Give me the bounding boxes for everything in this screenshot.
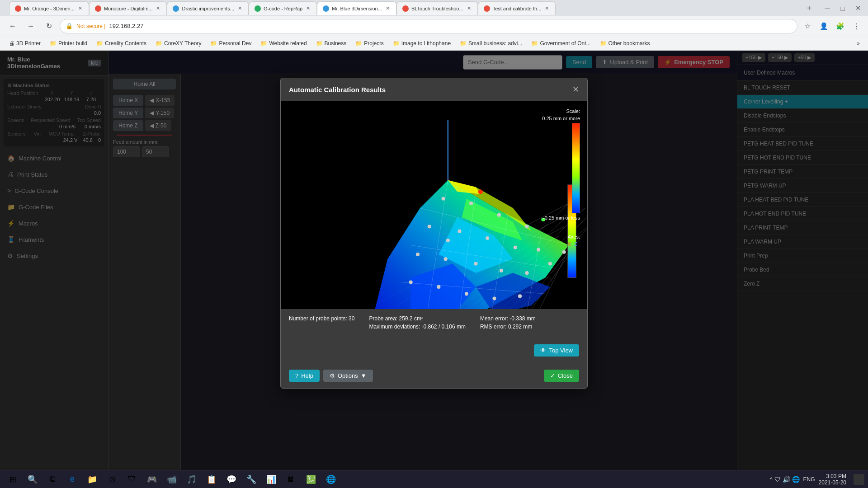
rms-error-stat: RMS error: 0.292 mm — [480, 324, 536, 330]
bookmark-item-10[interactable]: 📁Government of Ont... — [528, 39, 594, 48]
close-window-button[interactable]: ✕ — [852, 2, 864, 14]
svg-point-32 — [428, 225, 431, 228]
tab-title-5: Mr. Blue 3Dimension... — [332, 6, 382, 11]
tab-close-7[interactable]: ✕ — [544, 5, 550, 12]
app7-icon: 🎵 — [187, 474, 197, 484]
browser-tab-2[interactable]: Monocure - Digitalm... ✕ — [89, 1, 167, 15]
address-bar[interactable]: 🔒 Not secure | 192.168.2.27 — [60, 19, 797, 33]
calibration-modal: Automatic Calibration Results ✕ — [280, 78, 588, 389]
options-button[interactable]: ⚙ Options ▼ — [323, 370, 373, 382]
bookmark-item-6[interactable]: 📁Business — [312, 39, 350, 48]
bookmark-icon-10: 📁 — [531, 40, 538, 47]
address-text: 192.168.2.27 — [109, 23, 143, 29]
new-tab-button[interactable]: + — [803, 2, 816, 14]
tab-close-6[interactable]: ✕ — [466, 5, 472, 12]
bookmark-button[interactable]: ☆ — [801, 20, 814, 33]
bookmark-item-8[interactable]: 📁Image to Lithophane — [389, 39, 454, 48]
modal-overlay: Automatic Calibration Results ✕ — [0, 51, 868, 470]
minimize-button[interactable]: ─ — [821, 2, 834, 14]
extensions-button[interactable]: 🧩 — [834, 20, 846, 33]
modal-title: Automatic Calibration Results — [289, 86, 386, 94]
svg-point-31 — [525, 225, 528, 228]
bookmark-item-9[interactable]: 📁Small business: advi... — [456, 39, 526, 48]
bookmark-item-2[interactable]: 📁Creality Contents — [93, 39, 150, 48]
close-button[interactable]: ✓ Close — [544, 370, 579, 382]
bookmark-item-0[interactable]: 🖨3D Printer — [5, 39, 44, 48]
taskbar-clock[interactable]: 3:03 PM 2021-05-20 — [819, 473, 850, 486]
bookmark-item-5[interactable]: 📁Website related — [257, 39, 310, 48]
modal-body: Scale: 0.25 mm or more -0.25 mm or less … — [281, 101, 587, 363]
scale-title: Scale: — [566, 108, 580, 114]
start-button[interactable]: ⊞ — [4, 471, 22, 488]
tab-favicon-5 — [323, 5, 329, 12]
refresh-button[interactable]: ↻ — [42, 19, 56, 33]
bookmark-label-5: Website related — [269, 40, 307, 47]
bookmark-item-3[interactable]: 📁CoreXY Theory — [152, 39, 205, 48]
bookmark-item-7[interactable]: 📁Projects — [352, 39, 387, 48]
app4-icon: 🛡 — [128, 474, 136, 484]
search-icon: 🔍 — [28, 474, 38, 484]
app5-button[interactable]: 🎮 — [143, 471, 161, 488]
back-button[interactable]: ← — [5, 19, 20, 33]
chrome-icon: ⊙ — [109, 474, 116, 484]
volume-icon[interactable]: 🔊 — [783, 476, 790, 483]
search-button[interactable]: 🔍 — [24, 471, 42, 488]
app4-button[interactable]: 🛡 — [123, 471, 141, 488]
app11-button[interactable]: 📊 — [262, 471, 280, 488]
bookmark-icon-2: 📁 — [96, 40, 103, 47]
tab-close-3[interactable]: ✕ — [237, 5, 243, 12]
browser-tab-7[interactable]: Test and calibrate th... ✕ — [478, 1, 556, 15]
restore-button[interactable]: □ — [836, 2, 849, 14]
taskview-button[interactable]: ⧉ — [43, 471, 61, 488]
system-tray-area: ^ 🛡 🔊 🌐 ENG 3:03 PM 2021-05-20 — [770, 473, 864, 486]
browser-tab-4[interactable]: G-code - RepRap ✕ — [249, 1, 317, 15]
tab-favicon-7 — [484, 5, 490, 12]
modal-close-x-button[interactable]: ✕ — [572, 84, 579, 94]
app9-button[interactable]: 💬 — [222, 471, 241, 488]
app7-button[interactable]: 🎵 — [183, 471, 201, 488]
bookmark-icon-4: 📁 — [210, 40, 217, 47]
forward-button[interactable]: → — [24, 19, 38, 33]
browser-tab-1[interactable]: Mr. Orange - 3Dimen... ✕ — [9, 1, 89, 15]
edge-button[interactable]: e — [63, 471, 81, 488]
tray-expand[interactable]: ^ — [770, 476, 773, 483]
chrome-button[interactable]: ⊙ — [103, 471, 121, 488]
edge-icon: e — [70, 474, 75, 484]
bookmark-icon-6: 📁 — [316, 40, 323, 47]
network-icon[interactable]: 🌐 — [792, 476, 800, 483]
show-desktop-button[interactable] — [854, 474, 864, 485]
bookmark-label-8: Image to Lithophane — [401, 40, 451, 47]
app10-button[interactable]: 🔧 — [242, 471, 260, 488]
app14-icon: 🌐 — [326, 474, 336, 484]
bookmark-label-3: CoreXY Theory — [164, 40, 201, 47]
tab-title-6: BLTouch Troubleshoo... — [411, 6, 463, 11]
z-axis-label: Z — [574, 241, 577, 247]
tab-close-2[interactable]: ✕ — [155, 5, 161, 12]
menu-button[interactable]: ⋮ — [850, 20, 863, 33]
help-button[interactable]: ? Help — [289, 370, 320, 382]
app8-button[interactable]: 📋 — [203, 471, 221, 488]
bookmark-item-11[interactable]: 📁Other bookmarks — [596, 39, 654, 48]
browser-tab-6[interactable]: BLTouch Troubleshoo... ✕ — [396, 1, 478, 15]
bookmark-item-1[interactable]: 📁Printer build — [46, 39, 91, 48]
tab-close-5[interactable]: ✕ — [385, 5, 391, 12]
app14-button[interactable]: 🌐 — [322, 471, 340, 488]
profile-button[interactable]: 👤 — [817, 20, 830, 33]
svg-point-42 — [409, 281, 413, 284]
app12-button[interactable]: 🖩 — [282, 471, 300, 488]
explorer-button[interactable]: 📁 — [83, 471, 101, 488]
bookmark-label-10: Government of Ont... — [540, 40, 590, 47]
scale-high-label: 0.25 mm or more — [542, 116, 580, 121]
browser-tab-5[interactable]: Mr. Blue 3Dimension... ✕ — [317, 1, 396, 15]
app6-button[interactable]: 📹 — [163, 471, 181, 488]
modal-footer: ? Help ⚙ Options ▼ ✓ Close — [281, 363, 587, 388]
bookmark-item-4[interactable]: 📁Personal Dev — [207, 39, 255, 48]
top-view-button[interactable]: 👁 Top View — [534, 344, 579, 357]
app12-icon: 🖩 — [287, 474, 295, 484]
bookmark-more-button[interactable]: » — [854, 39, 863, 48]
app13-button[interactable]: 💹 — [302, 471, 320, 488]
tab-close-1[interactable]: ✕ — [77, 5, 83, 12]
app6-icon: 📹 — [167, 474, 177, 484]
browser-tab-3[interactable]: Drastic improvements... ✕ — [167, 1, 249, 15]
tab-close-4[interactable]: ✕ — [305, 5, 311, 12]
